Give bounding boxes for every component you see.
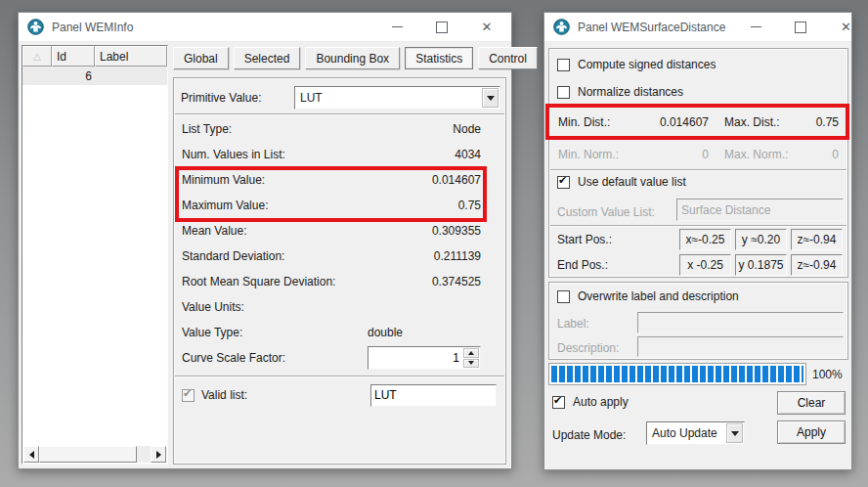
normalize-row: Normalize distances [557,85,683,99]
curve-scale-spinner[interactable] [368,346,481,370]
overwrite-group: Overwrite label and description Label: D… [548,282,848,360]
min-max-norm-row: Min. Norm.: 0 Max. Norm.: 0 [550,141,846,168]
tab-global[interactable]: Global [173,47,229,69]
checkmark-icon: ✔ [558,174,567,187]
horizontal-scrollbar[interactable] [23,446,166,463]
stat-value: 0.75 [458,199,481,212]
stat-label: Curve Scale Factor: [182,351,285,365]
stat-label: Standard Deviation: [182,249,284,263]
window-title: Panel WEMInfo [52,21,133,34]
start-pos-label: Start Pos.: [557,229,612,250]
primitive-value-combobox[interactable]: LUT [294,86,500,110]
stat-row-minimum-value: Minimum Value: 0.014607 [175,167,504,193]
overwrite-checkbox[interactable] [557,290,570,303]
label-column-header[interactable]: Label [95,46,167,66]
clear-button[interactable]: Clear [777,391,846,415]
stat-label: List Type: [182,122,232,136]
stat-row-standard-deviation: Standard Deviation: 0.211139 [175,244,504,269]
max-norm-value: 0 [797,148,839,161]
overwrite-label: Overwrite label and description [578,289,739,303]
sort-column-header[interactable]: △ [22,46,52,66]
max-dist-label: Max. Dist.: [724,115,797,129]
stat-label: Maximum Value: [182,199,268,212]
table-row[interactable]: 6 [22,66,167,85]
use-default-label: Use default value list [578,175,686,189]
separator [175,376,504,377]
window-weminfo: Panel WEMInfo ✕ △ Id Label 6 [18,12,512,469]
stat-value: double [368,326,403,339]
distance-settings-group: Compute signed distances Normalize dista… [548,48,848,278]
scrollbar-track[interactable] [137,446,151,463]
progress-bar [548,363,806,385]
end-pos-y-field[interactable]: y 0.1875 [735,254,787,276]
custom-value-list-field[interactable]: Surface Distance [676,199,844,221]
titlebar-weminfo[interactable]: Panel WEMInfo ✕ [19,13,511,42]
auto-apply-label: Auto apply [573,395,629,409]
titlebar-wemsurfacedistance[interactable]: Panel WEMSurfaceDistance ✕ [544,13,851,42]
stat-row-value-units: Value Units: [175,294,504,320]
valid-list-checkbox[interactable]: ✔ [182,389,195,402]
stat-row-value-type: Value Type: double [175,320,504,345]
curve-scale-input[interactable] [369,347,462,369]
scroll-right-button[interactable] [151,446,166,463]
spin-down-button[interactable] [463,359,479,369]
close-icon[interactable]: ✕ [472,16,501,39]
valid-list-label: Valid list: [201,388,247,402]
compute-signed-checkbox[interactable] [557,59,570,71]
id-column-header[interactable]: Id [52,46,95,66]
end-pos-x-field[interactable]: x -0.25 [679,254,731,276]
primitive-value-row: Primitive Value: LUT [181,86,500,110]
separator [550,169,846,171]
tab-statistics[interactable]: Statistics [405,47,473,69]
statistics-panel: Primitive Value: LUT List Type: Node Num… [173,77,506,465]
tab-control[interactable]: Control [478,47,538,69]
scroll-left-button[interactable] [23,446,39,463]
mevislab-app-icon [27,19,44,35]
stat-row-num-values: Num. Values in List: 4034 [175,142,504,167]
stat-row-list-type: List Type: Node [175,116,504,142]
auto-apply-row: ✔ Auto apply [552,395,629,409]
update-mode-value: Auto Update [648,424,725,442]
apply-button[interactable]: Apply [777,421,846,444]
close-icon[interactable]: ✕ [831,16,860,39]
primitive-value-label: Primitive Value: [181,91,261,105]
update-mode-combobox[interactable]: Auto Update [646,421,745,445]
start-pos-y-field[interactable]: y ≈0.20 [735,229,787,250]
scroll-right-icon [156,451,161,459]
start-pos-fields: x≈-0.25 y ≈0.20 z≈-0.94 [679,229,843,250]
table-header-row: △ Id Label [22,46,167,66]
description-field[interactable] [637,336,844,357]
use-default-checkbox[interactable]: ✔ [557,176,570,189]
stat-value: 0.211139 [434,249,481,263]
label-field[interactable] [637,312,844,333]
normalize-checkbox[interactable] [557,86,570,99]
combobox-value: LUT [296,89,481,107]
auto-apply-checkbox[interactable]: ✔ [552,396,565,409]
min-dist-value: 0.014607 [619,115,709,129]
valid-list-input[interactable] [370,384,497,407]
normalize-label: Normalize distances [578,85,683,99]
end-pos-fields: x -0.25 y 0.1875 z≈-0.94 [679,254,843,276]
sort-triangle-icon: △ [33,51,41,62]
maximize-icon[interactable] [786,16,815,39]
window-title: Panel WEMSurfaceDistance [578,21,725,34]
minimize-icon[interactable] [741,16,770,39]
maximize-icon[interactable] [427,16,456,39]
minimize-icon[interactable] [382,16,412,39]
tab-bounding-box[interactable]: Bounding Box [305,47,400,69]
stat-label: Value Type: [182,326,242,339]
min-dist-label: Min. Dist.: [558,115,619,129]
min-norm-value: 0 [619,148,709,161]
combobox-dropdown-button[interactable] [482,88,499,108]
stat-label: Minimum Value: [182,173,265,187]
combobox-dropdown-button[interactable] [726,423,743,443]
max-norm-label: Max. Norm.: [724,148,797,161]
end-pos-z-field[interactable]: z≈-0.94 [791,254,843,276]
stat-value: 0.309355 [432,224,481,238]
start-pos-x-field[interactable]: x≈-0.25 [679,229,731,250]
tab-selected[interactable]: Selected [234,47,301,69]
start-pos-z-field[interactable]: z≈-0.94 [791,229,843,250]
spin-up-button[interactable] [463,348,479,358]
scrollbar-thumb[interactable] [39,446,137,463]
stat-label: Num. Values in List: [182,148,285,161]
